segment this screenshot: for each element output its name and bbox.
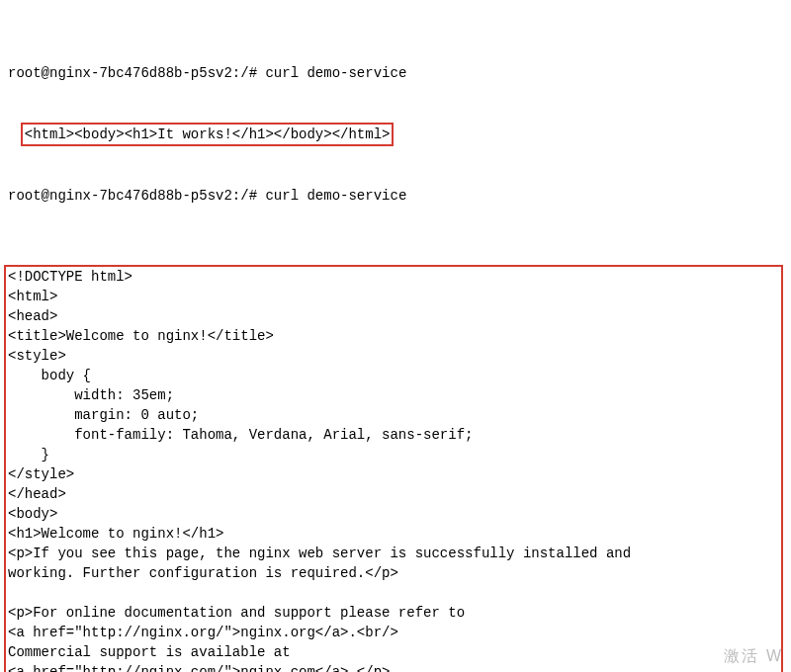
nginx-output-line: <a href="http://nginx.org/">nginx.org</a… [8,623,781,642]
nginx-output-line: margin: 0 auto; [8,405,781,425]
nginx-output-line: Commercial support is available at [8,642,781,662]
highlight-box-large: <!DOCTYPE html><html><head><title>Welcom… [4,265,783,672]
nginx-output-line: </style> [8,464,781,484]
nginx-output-line: <head> [8,306,781,326]
nginx-output-line: } [8,445,781,464]
nginx-output-line [8,583,781,603]
response-short-1: <html><body><h1>It works!</h1></body></h… [25,125,391,144]
nginx-output-line: working. Further configuration is requir… [8,563,781,583]
nginx-output-line: <body> [8,504,781,524]
prompt-line-1: root@nginx-7bc476d88b-p5sv2:/# curl demo… [8,63,783,83]
nginx-output-line: body { [8,366,781,385]
command: curl demo-service [265,65,406,81]
nginx-output-line: <a href="http://nginx.com/">nginx.com</a… [8,662,781,672]
nginx-output-line: <style> [8,346,781,366]
highlight-box-short: <html><body><h1>It works!</h1></body></h… [21,123,395,146]
nginx-output-line: <p>For online documentation and support … [8,603,781,623]
prompt-line-2: root@nginx-7bc476d88b-p5sv2:/# curl demo… [8,186,783,206]
terminal[interactable]: root@nginx-7bc476d88b-p5sv2:/# curl demo… [0,0,791,672]
nginx-output-line: <p>If you see this page, the nginx web s… [8,544,781,563]
prompt: root@nginx-7bc476d88b-p5sv2:/# [8,65,265,81]
nginx-output-line: </head> [8,484,781,504]
nginx-output-line: width: 35em; [8,385,781,405]
prompt: root@nginx-7bc476d88b-p5sv2:/# [8,188,265,204]
command: curl demo-service [265,188,406,204]
nginx-output-line: <title>Welcome to nginx!</title> [8,326,781,346]
nginx-output-line: <!DOCTYPE html> [8,267,781,287]
nginx-output-line: font-family: Tahoma, Verdana, Arial, san… [8,425,781,445]
nginx-output-line: <html> [8,287,781,306]
nginx-output-line: <h1>Welcome to nginx!</h1> [8,524,781,544]
